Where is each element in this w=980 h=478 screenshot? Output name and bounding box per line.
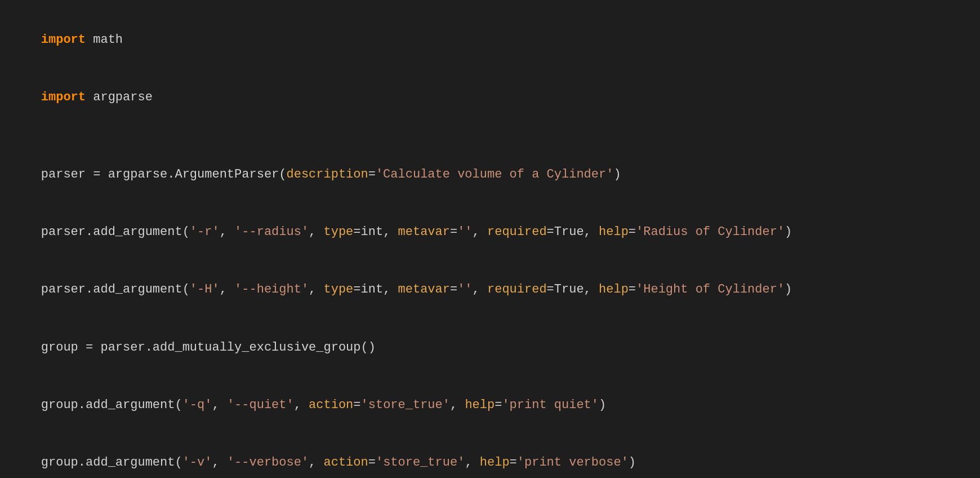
line-group-verbose: group.add_argument('-v', '--verbose', ac… xyxy=(11,434,969,478)
line-parser-init: parser = argparse.ArgumentParser(descrip… xyxy=(11,146,969,203)
line-import-math: import math xyxy=(11,11,969,69)
code-editor[interactable]: import math import argparse parser = arg… xyxy=(9,7,971,478)
line-group-quiet: group.add_argument('-q', '--quiet', acti… xyxy=(11,377,969,434)
line-import-argparse: import argparse xyxy=(11,69,969,126)
line-blank-1 xyxy=(11,127,969,146)
line-parser-height: parser.add_argument('-H', '--height', ty… xyxy=(11,261,969,318)
line-parser-radius: parser.add_argument('-r', '--radius', ty… xyxy=(11,203,969,261)
line-group-mutually: group = parser.add_mutually_exclusive_gr… xyxy=(11,319,969,377)
